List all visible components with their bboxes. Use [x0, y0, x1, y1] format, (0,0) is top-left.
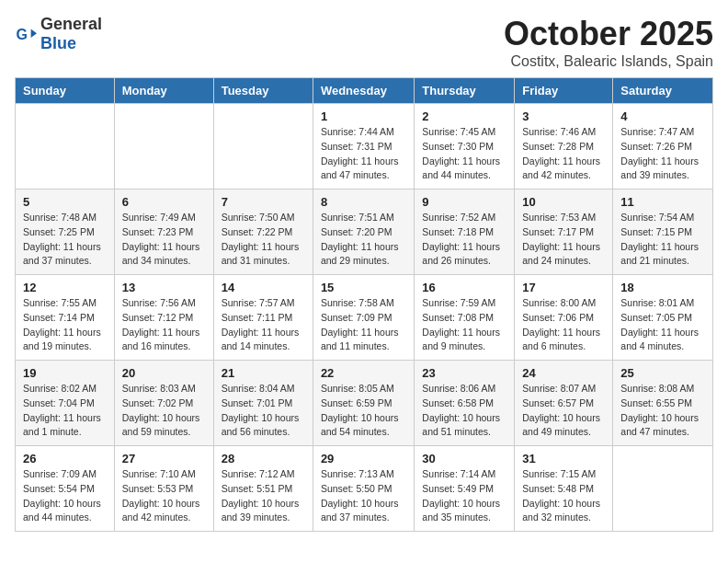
weekday-header-monday: Monday	[114, 78, 213, 104]
logo-general-text: General	[40, 15, 102, 33]
calendar-cell: 18Sunrise: 8:01 AM Sunset: 7:05 PM Dayli…	[613, 275, 713, 361]
day-info: Sunrise: 7:50 AM Sunset: 7:22 PM Dayligh…	[222, 211, 305, 269]
calendar-cell: 13Sunrise: 7:56 AM Sunset: 7:12 PM Dayli…	[114, 275, 213, 361]
day-number: 7	[222, 195, 305, 209]
calendar-cell: 1Sunrise: 7:44 AM Sunset: 7:31 PM Daylig…	[313, 104, 414, 190]
calendar-week-row: 5Sunrise: 7:48 AM Sunset: 7:25 PM Daylig…	[16, 190, 713, 275]
day-info: Sunrise: 8:02 AM Sunset: 7:04 PM Dayligh…	[23, 382, 107, 440]
day-info: Sunrise: 7:59 AM Sunset: 7:08 PM Dayligh…	[422, 296, 506, 354]
calendar-cell: 3Sunrise: 7:46 AM Sunset: 7:28 PM Daylig…	[515, 104, 613, 190]
calendar-cell: 24Sunrise: 8:07 AM Sunset: 6:57 PM Dayli…	[515, 361, 613, 446]
calendar-cell: 17Sunrise: 8:00 AM Sunset: 7:06 PM Dayli…	[515, 275, 613, 361]
day-info: Sunrise: 7:57 AM Sunset: 7:11 PM Dayligh…	[222, 296, 305, 354]
day-number: 8	[321, 195, 406, 209]
calendar-cell: 4Sunrise: 7:47 AM Sunset: 7:26 PM Daylig…	[613, 104, 713, 190]
weekday-header-row: SundayMondayTuesdayWednesdayThursdayFrid…	[16, 78, 713, 104]
calendar-cell: 11Sunrise: 7:54 AM Sunset: 7:15 PM Dayli…	[613, 190, 713, 275]
calendar-week-row: 1Sunrise: 7:44 AM Sunset: 7:31 PM Daylig…	[16, 104, 713, 190]
day-number: 28	[222, 452, 305, 465]
calendar-cell: 19Sunrise: 8:02 AM Sunset: 7:04 PM Dayli…	[16, 361, 115, 446]
day-number: 18	[620, 281, 705, 294]
day-info: Sunrise: 7:48 AM Sunset: 7:25 PM Dayligh…	[23, 211, 107, 269]
month-title: October 2025	[504, 15, 713, 53]
calendar-week-row: 26Sunrise: 7:09 AM Sunset: 5:54 PM Dayli…	[16, 446, 713, 532]
day-info: Sunrise: 8:00 AM Sunset: 7:06 PM Dayligh…	[522, 296, 605, 354]
page-header: G General Blue October 2025 Costitx, Bal…	[15, 15, 713, 70]
calendar-cell: 26Sunrise: 7:09 AM Sunset: 5:54 PM Dayli…	[16, 446, 115, 532]
day-number: 22	[321, 366, 406, 380]
calendar-cell: 27Sunrise: 7:10 AM Sunset: 5:53 PM Dayli…	[114, 446, 213, 532]
calendar-cell: 23Sunrise: 8:06 AM Sunset: 6:58 PM Dayli…	[415, 361, 515, 446]
day-info: Sunrise: 7:53 AM Sunset: 7:17 PM Dayligh…	[522, 211, 605, 269]
calendar-cell: 15Sunrise: 7:58 AM Sunset: 7:09 PM Dayli…	[313, 275, 414, 361]
day-number: 17	[522, 281, 605, 294]
calendar-cell: 9Sunrise: 7:52 AM Sunset: 7:18 PM Daylig…	[415, 190, 515, 275]
day-number: 31	[522, 452, 605, 465]
day-info: Sunrise: 7:09 AM Sunset: 5:54 PM Dayligh…	[23, 467, 107, 525]
logo-blue-text: Blue	[40, 34, 76, 52]
day-info: Sunrise: 7:13 AM Sunset: 5:50 PM Dayligh…	[321, 467, 406, 525]
day-number: 10	[522, 195, 605, 209]
day-info: Sunrise: 8:05 AM Sunset: 6:59 PM Dayligh…	[321, 382, 406, 440]
day-info: Sunrise: 7:49 AM Sunset: 7:23 PM Dayligh…	[122, 211, 206, 269]
calendar-cell	[114, 104, 213, 190]
calendar-cell: 6Sunrise: 7:49 AM Sunset: 7:23 PM Daylig…	[114, 190, 213, 275]
day-number: 20	[122, 366, 206, 380]
day-info: Sunrise: 8:03 AM Sunset: 7:02 PM Dayligh…	[122, 382, 206, 440]
day-info: Sunrise: 7:47 AM Sunset: 7:26 PM Dayligh…	[620, 125, 705, 183]
calendar-week-row: 19Sunrise: 8:02 AM Sunset: 7:04 PM Dayli…	[16, 361, 713, 446]
calendar-cell: 7Sunrise: 7:50 AM Sunset: 7:22 PM Daylig…	[213, 190, 313, 275]
calendar-cell	[213, 104, 313, 190]
calendar-cell	[613, 446, 713, 532]
calendar-week-row: 12Sunrise: 7:55 AM Sunset: 7:14 PM Dayli…	[16, 275, 713, 361]
day-number: 27	[122, 452, 206, 465]
title-section: October 2025 Costitx, Balearic Islands, …	[504, 15, 713, 70]
day-number: 4	[620, 109, 705, 123]
day-info: Sunrise: 8:01 AM Sunset: 7:05 PM Dayligh…	[620, 296, 705, 354]
calendar-table: SundayMondayTuesdayWednesdayThursdayFrid…	[15, 77, 713, 532]
location-title: Costitx, Balearic Islands, Spain	[504, 53, 713, 70]
calendar-cell: 28Sunrise: 7:12 AM Sunset: 5:51 PM Dayli…	[213, 446, 313, 532]
day-number: 25	[620, 366, 705, 380]
weekday-header-friday: Friday	[515, 78, 613, 104]
day-info: Sunrise: 7:15 AM Sunset: 5:48 PM Dayligh…	[522, 467, 605, 525]
day-info: Sunrise: 7:55 AM Sunset: 7:14 PM Dayligh…	[23, 296, 107, 354]
calendar-cell: 29Sunrise: 7:13 AM Sunset: 5:50 PM Dayli…	[313, 446, 414, 532]
day-number: 23	[422, 366, 506, 380]
day-number: 13	[122, 281, 206, 294]
day-info: Sunrise: 7:46 AM Sunset: 7:28 PM Dayligh…	[522, 125, 605, 183]
day-info: Sunrise: 7:54 AM Sunset: 7:15 PM Dayligh…	[620, 211, 705, 269]
day-number: 1	[321, 109, 406, 123]
weekday-header-sunday: Sunday	[16, 78, 115, 104]
weekday-header-thursday: Thursday	[415, 78, 515, 104]
calendar-cell	[16, 104, 115, 190]
calendar-cell: 22Sunrise: 8:05 AM Sunset: 6:59 PM Dayli…	[313, 361, 414, 446]
day-info: Sunrise: 7:44 AM Sunset: 7:31 PM Dayligh…	[321, 125, 406, 183]
calendar-cell: 25Sunrise: 8:08 AM Sunset: 6:55 PM Dayli…	[613, 361, 713, 446]
calendar-cell: 20Sunrise: 8:03 AM Sunset: 7:02 PM Dayli…	[114, 361, 213, 446]
svg-marker-1	[31, 29, 37, 38]
weekday-header-tuesday: Tuesday	[213, 78, 313, 104]
weekday-header-wednesday: Wednesday	[313, 78, 414, 104]
day-number: 3	[522, 109, 605, 123]
day-info: Sunrise: 7:12 AM Sunset: 5:51 PM Dayligh…	[222, 467, 305, 525]
calendar-cell: 12Sunrise: 7:55 AM Sunset: 7:14 PM Dayli…	[16, 275, 115, 361]
calendar-cell: 14Sunrise: 7:57 AM Sunset: 7:11 PM Dayli…	[213, 275, 313, 361]
calendar-cell: 2Sunrise: 7:45 AM Sunset: 7:30 PM Daylig…	[415, 104, 515, 190]
day-number: 16	[422, 281, 506, 294]
day-number: 11	[620, 195, 705, 209]
day-number: 14	[222, 281, 305, 294]
day-number: 15	[321, 281, 406, 294]
day-info: Sunrise: 8:08 AM Sunset: 6:55 PM Dayligh…	[620, 382, 705, 440]
calendar-cell: 16Sunrise: 7:59 AM Sunset: 7:08 PM Dayli…	[415, 275, 515, 361]
day-number: 24	[522, 366, 605, 380]
calendar-cell: 30Sunrise: 7:14 AM Sunset: 5:49 PM Dayli…	[415, 446, 515, 532]
logo-icon: G	[15, 23, 37, 45]
calendar-cell: 31Sunrise: 7:15 AM Sunset: 5:48 PM Dayli…	[515, 446, 613, 532]
day-number: 21	[222, 366, 305, 380]
logo: G General Blue	[15, 15, 102, 53]
day-info: Sunrise: 7:52 AM Sunset: 7:18 PM Dayligh…	[422, 211, 506, 269]
day-info: Sunrise: 7:10 AM Sunset: 5:53 PM Dayligh…	[122, 467, 206, 525]
calendar-cell: 5Sunrise: 7:48 AM Sunset: 7:25 PM Daylig…	[16, 190, 115, 275]
svg-text:G: G	[17, 27, 28, 42]
